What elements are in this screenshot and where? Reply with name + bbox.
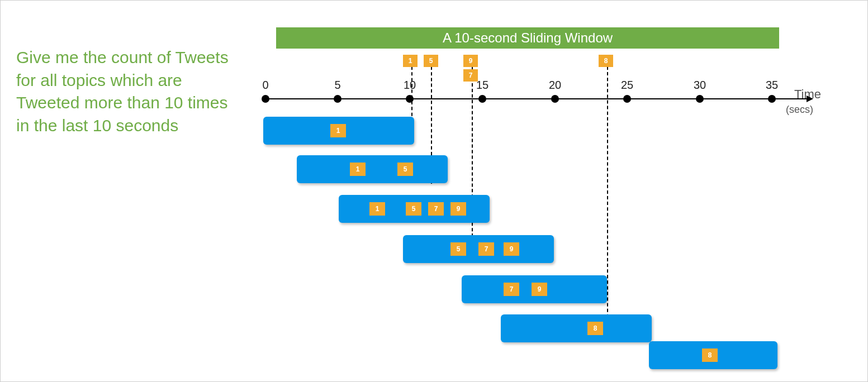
axis-unit: (secs) — [786, 104, 813, 116]
tick-label: 15 — [476, 79, 488, 92]
tick-label: 5 — [334, 79, 340, 92]
window-item: 1 — [330, 124, 346, 137]
tick-label: 25 — [621, 79, 633, 92]
sliding-window: 8 — [501, 314, 652, 342]
time-axis — [265, 98, 808, 99]
window-item: 1 — [369, 202, 385, 216]
sliding-window: 8 — [649, 341, 777, 369]
tick-dot — [696, 95, 704, 103]
window-item: 9 — [504, 242, 519, 256]
query-caption: Give me the count of Tweets for all topi… — [16, 46, 237, 137]
window-banner: A 10-second Sliding Window — [276, 27, 779, 49]
tick-dot — [334, 95, 341, 103]
event-marker: 7 — [463, 69, 478, 82]
tick-label: 35 — [766, 79, 778, 92]
event-marker: 9 — [463, 55, 478, 67]
sliding-window: 1579 — [339, 195, 490, 223]
window-item: 5 — [450, 242, 466, 256]
tick-dot — [478, 95, 486, 103]
tick-label: 0 — [262, 79, 268, 92]
window-item: 9 — [532, 283, 547, 296]
tick-dot — [623, 95, 631, 103]
window-item: 7 — [428, 202, 444, 216]
event-marker: 1 — [403, 55, 418, 67]
window-item: 7 — [478, 242, 494, 256]
tick-label: 10 — [404, 79, 416, 92]
tick-label: 20 — [549, 79, 561, 92]
tick-label: 30 — [694, 79, 706, 92]
arrow-icon — [807, 96, 813, 102]
sliding-window: 15 — [297, 155, 448, 183]
window-item: 7 — [504, 283, 519, 296]
window-item: 5 — [397, 163, 413, 176]
window-item: 5 — [406, 202, 421, 216]
tick-dot — [768, 95, 776, 103]
sliding-window: 79 — [462, 275, 607, 303]
window-item: 9 — [450, 202, 466, 216]
window-item: 8 — [587, 322, 603, 335]
tick-dot — [262, 95, 269, 103]
event-marker: 5 — [424, 55, 438, 67]
event-marker: 8 — [599, 55, 613, 67]
sliding-window: 1 — [263, 117, 414, 145]
guide-line — [472, 66, 473, 259]
guide-line — [607, 66, 608, 329]
window-item: 8 — [702, 348, 718, 362]
sliding-window: 579 — [403, 235, 554, 263]
tick-dot — [551, 95, 559, 103]
window-item: 1 — [350, 163, 366, 176]
